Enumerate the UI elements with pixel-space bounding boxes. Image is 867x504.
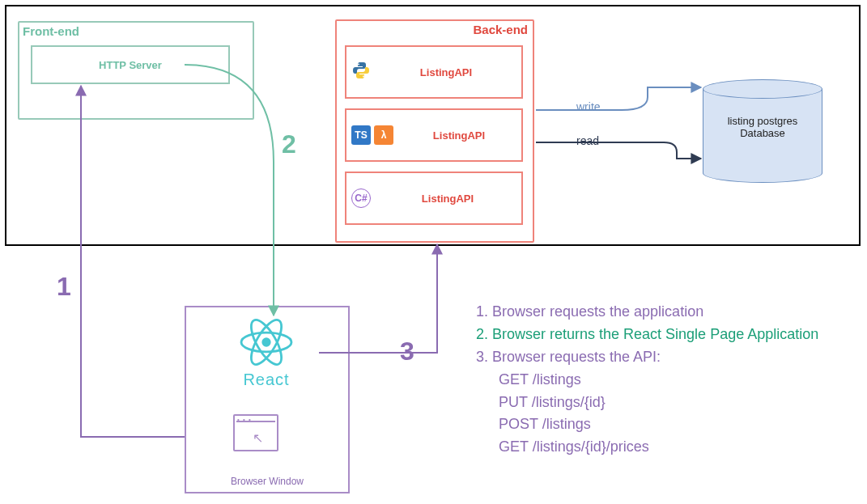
- react-label: React: [214, 371, 319, 389]
- typescript-icon: TS: [351, 125, 371, 145]
- backend-title: Back-end: [473, 23, 528, 36]
- listing-api-label: ListingAPI: [374, 193, 521, 205]
- legend-api-call: PUT /listings/{id}: [499, 392, 818, 414]
- react-logo: React: [214, 317, 319, 389]
- database-label: listing postgres Database: [703, 115, 822, 139]
- browser-window-icon: • • • ↖: [233, 414, 278, 451]
- svg-point-0: [358, 64, 359, 66]
- listing-api-python: ListingAPI: [345, 45, 523, 99]
- listing-api-label: ListingAPI: [371, 66, 521, 78]
- step-number-1: 1: [57, 272, 71, 302]
- frontend-title: Front-end: [23, 24, 79, 38]
- step-number-2: 2: [282, 129, 296, 159]
- legend: 1. Browser requests the application 2. B…: [476, 301, 818, 459]
- legend-step-2: 2. Browser returns the React Single Page…: [476, 324, 818, 346]
- listing-api-ts-lambda: TS λ ListingAPI: [345, 108, 523, 162]
- step-number-3: 3: [400, 337, 414, 366]
- svg-point-5: [261, 337, 270, 346]
- edge-label-read: read: [576, 134, 599, 147]
- listing-api-label: ListingAPI: [397, 129, 521, 142]
- http-server-label: HTTP Server: [99, 59, 162, 71]
- cursor-icon: ↖: [253, 430, 263, 446]
- aws-lambda-icon: λ: [374, 125, 393, 145]
- svg-point-1: [363, 76, 364, 78]
- legend-api-call: GET /listings/{id}/prices: [499, 436, 818, 459]
- http-server-box: HTTP Server: [31, 45, 230, 84]
- python-icon: [351, 61, 371, 83]
- database-cylinder: listing postgres Database: [703, 79, 822, 183]
- legend-api-call: POST /listings: [499, 413, 818, 436]
- legend-step-3: 3. Browser requests the API:: [476, 346, 818, 369]
- edge-label-write: write: [576, 100, 601, 113]
- listing-api-csharp: C# ListingAPI: [345, 172, 523, 225]
- browser-window-label: Browser Window: [186, 476, 348, 487]
- csharp-icon: C#: [351, 188, 371, 208]
- legend-step-1: 1. Browser requests the application: [476, 301, 818, 324]
- legend-api-call: GET /listings: [499, 369, 818, 392]
